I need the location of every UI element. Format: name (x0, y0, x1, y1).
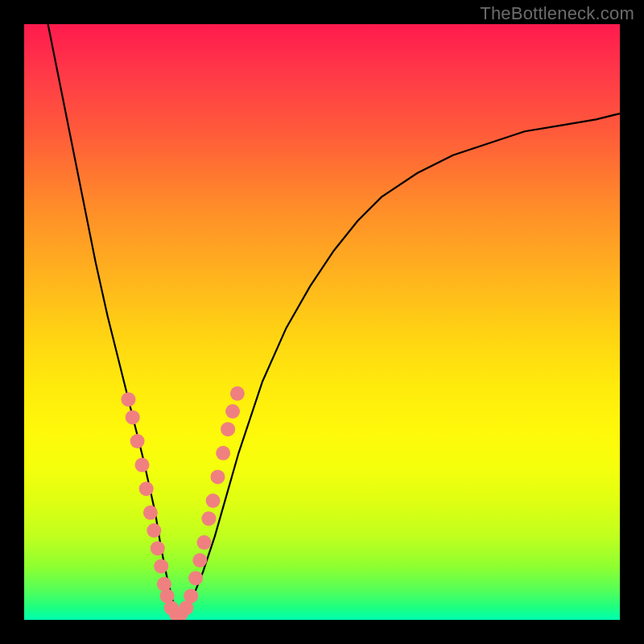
dot (192, 553, 207, 568)
dot (139, 481, 154, 496)
dot (230, 386, 245, 401)
dot (154, 559, 168, 573)
dot (197, 535, 212, 550)
dot (221, 422, 235, 436)
bottleneck-curve (48, 24, 620, 614)
dot (135, 458, 150, 473)
dot (206, 493, 221, 508)
dot (122, 392, 136, 407)
dot (126, 410, 140, 424)
dot (130, 434, 145, 448)
plot-area (24, 24, 620, 620)
dot (143, 506, 158, 520)
watermark-text: TheBottleneck.com (480, 3, 634, 24)
dot-cluster (122, 386, 245, 620)
dot (147, 523, 161, 538)
dot (216, 446, 230, 460)
dot (184, 588, 198, 603)
dot (188, 571, 203, 585)
dot (225, 404, 240, 419)
dot (211, 469, 225, 484)
dot (201, 511, 216, 526)
chart-stage: TheBottleneck.com (0, 0, 644, 644)
dot (151, 541, 165, 555)
plot-svg (24, 24, 620, 620)
